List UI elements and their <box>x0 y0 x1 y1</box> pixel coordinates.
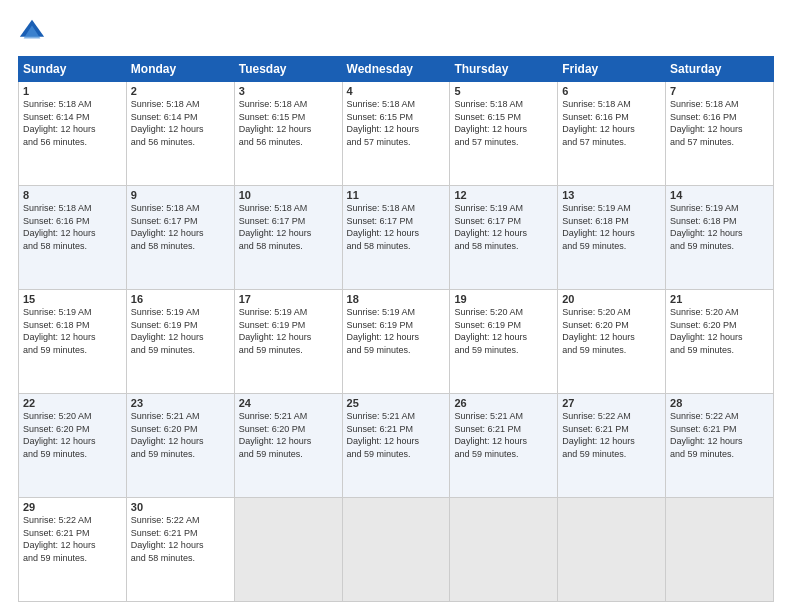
day-info: Sunrise: 5:22 AMSunset: 6:21 PMDaylight:… <box>131 514 230 564</box>
day-number: 14 <box>670 189 769 201</box>
day-info: Sunrise: 5:22 AMSunset: 6:21 PMDaylight:… <box>670 410 769 460</box>
day-info: Sunrise: 5:21 AMSunset: 6:20 PMDaylight:… <box>131 410 230 460</box>
calendar-table: SundayMondayTuesdayWednesdayThursdayFrid… <box>18 56 774 602</box>
day-info: Sunrise: 5:22 AMSunset: 6:21 PMDaylight:… <box>562 410 661 460</box>
calendar-week-4: 22Sunrise: 5:20 AMSunset: 6:20 PMDayligh… <box>19 394 774 498</box>
calendar-cell: 8Sunrise: 5:18 AMSunset: 6:16 PMDaylight… <box>19 186 127 290</box>
day-header-friday: Friday <box>558 57 666 82</box>
calendar-cell <box>666 498 774 602</box>
day-number: 19 <box>454 293 553 305</box>
day-number: 28 <box>670 397 769 409</box>
day-info: Sunrise: 5:22 AMSunset: 6:21 PMDaylight:… <box>23 514 122 564</box>
day-header-wednesday: Wednesday <box>342 57 450 82</box>
calendar-body: 1Sunrise: 5:18 AMSunset: 6:14 PMDaylight… <box>19 82 774 602</box>
day-info: Sunrise: 5:18 AMSunset: 6:17 PMDaylight:… <box>131 202 230 252</box>
day-info: Sunrise: 5:19 AMSunset: 6:17 PMDaylight:… <box>454 202 553 252</box>
day-number: 2 <box>131 85 230 97</box>
day-number: 24 <box>239 397 338 409</box>
day-number: 27 <box>562 397 661 409</box>
calendar-cell <box>234 498 342 602</box>
day-number: 26 <box>454 397 553 409</box>
day-number: 8 <box>23 189 122 201</box>
calendar-cell: 9Sunrise: 5:18 AMSunset: 6:17 PMDaylight… <box>126 186 234 290</box>
day-info: Sunrise: 5:18 AMSunset: 6:15 PMDaylight:… <box>454 98 553 148</box>
day-info: Sunrise: 5:18 AMSunset: 6:14 PMDaylight:… <box>23 98 122 148</box>
calendar-header-row: SundayMondayTuesdayWednesdayThursdayFrid… <box>19 57 774 82</box>
calendar-cell: 15Sunrise: 5:19 AMSunset: 6:18 PMDayligh… <box>19 290 127 394</box>
day-info: Sunrise: 5:18 AMSunset: 6:15 PMDaylight:… <box>347 98 446 148</box>
day-header-tuesday: Tuesday <box>234 57 342 82</box>
calendar-week-2: 8Sunrise: 5:18 AMSunset: 6:16 PMDaylight… <box>19 186 774 290</box>
day-info: Sunrise: 5:20 AMSunset: 6:20 PMDaylight:… <box>670 306 769 356</box>
day-number: 3 <box>239 85 338 97</box>
calendar-cell: 19Sunrise: 5:20 AMSunset: 6:19 PMDayligh… <box>450 290 558 394</box>
calendar-cell: 11Sunrise: 5:18 AMSunset: 6:17 PMDayligh… <box>342 186 450 290</box>
day-header-thursday: Thursday <box>450 57 558 82</box>
calendar-cell: 20Sunrise: 5:20 AMSunset: 6:20 PMDayligh… <box>558 290 666 394</box>
calendar-cell <box>450 498 558 602</box>
calendar-week-1: 1Sunrise: 5:18 AMSunset: 6:14 PMDaylight… <box>19 82 774 186</box>
day-info: Sunrise: 5:21 AMSunset: 6:20 PMDaylight:… <box>239 410 338 460</box>
day-number: 11 <box>347 189 446 201</box>
day-number: 17 <box>239 293 338 305</box>
calendar-cell: 25Sunrise: 5:21 AMSunset: 6:21 PMDayligh… <box>342 394 450 498</box>
day-info: Sunrise: 5:18 AMSunset: 6:15 PMDaylight:… <box>239 98 338 148</box>
calendar-cell: 22Sunrise: 5:20 AMSunset: 6:20 PMDayligh… <box>19 394 127 498</box>
day-number: 12 <box>454 189 553 201</box>
day-info: Sunrise: 5:18 AMSunset: 6:16 PMDaylight:… <box>23 202 122 252</box>
day-number: 6 <box>562 85 661 97</box>
calendar-cell: 2Sunrise: 5:18 AMSunset: 6:14 PMDaylight… <box>126 82 234 186</box>
calendar-cell: 17Sunrise: 5:19 AMSunset: 6:19 PMDayligh… <box>234 290 342 394</box>
calendar-week-5: 29Sunrise: 5:22 AMSunset: 6:21 PMDayligh… <box>19 498 774 602</box>
calendar-cell: 27Sunrise: 5:22 AMSunset: 6:21 PMDayligh… <box>558 394 666 498</box>
day-info: Sunrise: 5:19 AMSunset: 6:18 PMDaylight:… <box>23 306 122 356</box>
day-info: Sunrise: 5:19 AMSunset: 6:19 PMDaylight:… <box>347 306 446 356</box>
page: SundayMondayTuesdayWednesdayThursdayFrid… <box>0 0 792 612</box>
calendar-cell: 12Sunrise: 5:19 AMSunset: 6:17 PMDayligh… <box>450 186 558 290</box>
day-info: Sunrise: 5:19 AMSunset: 6:19 PMDaylight:… <box>239 306 338 356</box>
day-info: Sunrise: 5:18 AMSunset: 6:14 PMDaylight:… <box>131 98 230 148</box>
day-info: Sunrise: 5:19 AMSunset: 6:18 PMDaylight:… <box>670 202 769 252</box>
day-info: Sunrise: 5:21 AMSunset: 6:21 PMDaylight:… <box>454 410 553 460</box>
day-info: Sunrise: 5:18 AMSunset: 6:16 PMDaylight:… <box>562 98 661 148</box>
day-number: 20 <box>562 293 661 305</box>
day-info: Sunrise: 5:21 AMSunset: 6:21 PMDaylight:… <box>347 410 446 460</box>
calendar-cell <box>342 498 450 602</box>
calendar-cell: 10Sunrise: 5:18 AMSunset: 6:17 PMDayligh… <box>234 186 342 290</box>
day-info: Sunrise: 5:20 AMSunset: 6:20 PMDaylight:… <box>23 410 122 460</box>
day-number: 13 <box>562 189 661 201</box>
calendar-cell: 3Sunrise: 5:18 AMSunset: 6:15 PMDaylight… <box>234 82 342 186</box>
day-number: 5 <box>454 85 553 97</box>
header <box>18 18 774 46</box>
calendar-cell: 28Sunrise: 5:22 AMSunset: 6:21 PMDayligh… <box>666 394 774 498</box>
day-number: 18 <box>347 293 446 305</box>
day-number: 22 <box>23 397 122 409</box>
day-info: Sunrise: 5:18 AMSunset: 6:17 PMDaylight:… <box>239 202 338 252</box>
day-number: 23 <box>131 397 230 409</box>
calendar-cell: 5Sunrise: 5:18 AMSunset: 6:15 PMDaylight… <box>450 82 558 186</box>
calendar-cell: 30Sunrise: 5:22 AMSunset: 6:21 PMDayligh… <box>126 498 234 602</box>
day-number: 4 <box>347 85 446 97</box>
day-number: 21 <box>670 293 769 305</box>
day-info: Sunrise: 5:19 AMSunset: 6:18 PMDaylight:… <box>562 202 661 252</box>
day-header-sunday: Sunday <box>19 57 127 82</box>
calendar-cell: 29Sunrise: 5:22 AMSunset: 6:21 PMDayligh… <box>19 498 127 602</box>
day-header-monday: Monday <box>126 57 234 82</box>
day-number: 30 <box>131 501 230 513</box>
logo-icon <box>18 18 46 46</box>
day-info: Sunrise: 5:20 AMSunset: 6:19 PMDaylight:… <box>454 306 553 356</box>
calendar-cell: 4Sunrise: 5:18 AMSunset: 6:15 PMDaylight… <box>342 82 450 186</box>
calendar-cell: 6Sunrise: 5:18 AMSunset: 6:16 PMDaylight… <box>558 82 666 186</box>
calendar-cell: 14Sunrise: 5:19 AMSunset: 6:18 PMDayligh… <box>666 186 774 290</box>
day-info: Sunrise: 5:18 AMSunset: 6:17 PMDaylight:… <box>347 202 446 252</box>
day-info: Sunrise: 5:20 AMSunset: 6:20 PMDaylight:… <box>562 306 661 356</box>
calendar-cell: 16Sunrise: 5:19 AMSunset: 6:19 PMDayligh… <box>126 290 234 394</box>
calendar-cell: 24Sunrise: 5:21 AMSunset: 6:20 PMDayligh… <box>234 394 342 498</box>
calendar-cell: 7Sunrise: 5:18 AMSunset: 6:16 PMDaylight… <box>666 82 774 186</box>
day-number: 16 <box>131 293 230 305</box>
calendar-cell: 21Sunrise: 5:20 AMSunset: 6:20 PMDayligh… <box>666 290 774 394</box>
calendar-cell: 13Sunrise: 5:19 AMSunset: 6:18 PMDayligh… <box>558 186 666 290</box>
day-info: Sunrise: 5:18 AMSunset: 6:16 PMDaylight:… <box>670 98 769 148</box>
day-number: 9 <box>131 189 230 201</box>
day-number: 7 <box>670 85 769 97</box>
